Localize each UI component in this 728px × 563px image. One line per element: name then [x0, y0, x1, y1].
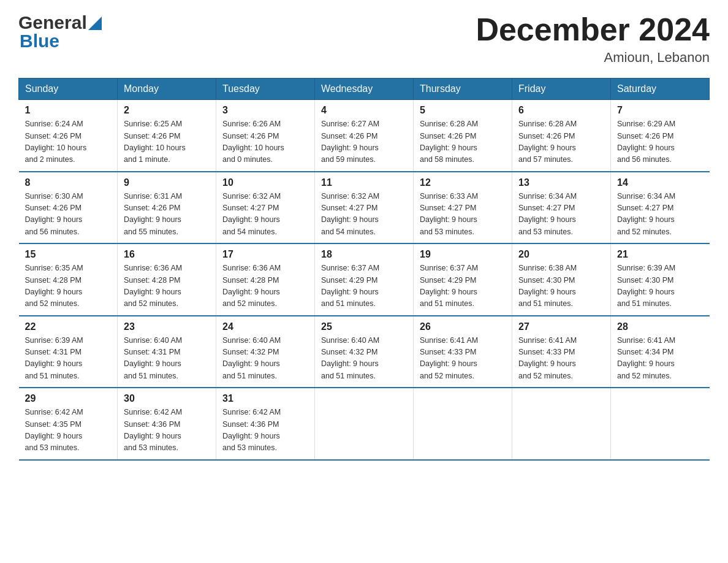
- header-saturday: Saturday: [611, 79, 710, 100]
- table-row: 18Sunrise: 6:37 AMSunset: 4:29 PMDayligh…: [315, 243, 414, 316]
- day-info: Sunrise: 6:42 AMSunset: 4:35 PMDaylight:…: [25, 407, 112, 454]
- day-info: Sunrise: 6:32 AMSunset: 4:27 PMDaylight:…: [222, 191, 308, 239]
- day-number: 10: [222, 177, 308, 188]
- table-row: 2Sunrise: 6:25 AMSunset: 4:26 PMDaylight…: [118, 100, 216, 172]
- calendar-row: 15Sunrise: 6:35 AMSunset: 4:28 PMDayligh…: [19, 243, 710, 316]
- logo-general-text: General: [18, 12, 87, 33]
- table-row: [414, 388, 512, 460]
- day-info: Sunrise: 6:36 AMSunset: 4:28 PMDaylight:…: [124, 262, 210, 310]
- day-info: Sunrise: 6:36 AMSunset: 4:28 PMDaylight:…: [222, 262, 308, 310]
- table-row: 8Sunrise: 6:30 AMSunset: 4:26 PMDaylight…: [19, 172, 118, 244]
- day-info: Sunrise: 6:42 AMSunset: 4:36 PMDaylight:…: [124, 407, 210, 454]
- day-number: 18: [321, 249, 407, 260]
- title-block: December 2024 Amioun, Lebanon: [476, 12, 710, 66]
- logo-triangle-icon: [88, 17, 102, 30]
- day-number: 1: [25, 105, 112, 116]
- day-number: 7: [617, 105, 703, 116]
- table-row: 29Sunrise: 6:42 AMSunset: 4:35 PMDayligh…: [19, 388, 118, 460]
- header-sunday: Sunday: [19, 79, 118, 100]
- day-number: 26: [420, 321, 506, 332]
- table-row: 27Sunrise: 6:41 AMSunset: 4:33 PMDayligh…: [512, 316, 611, 388]
- header-monday: Monday: [118, 79, 216, 100]
- day-info: Sunrise: 6:38 AMSunset: 4:30 PMDaylight:…: [518, 262, 604, 310]
- day-info: Sunrise: 6:40 AMSunset: 4:32 PMDaylight:…: [321, 335, 407, 383]
- day-number: 20: [518, 249, 604, 260]
- day-number: 29: [25, 393, 112, 404]
- weekday-header-row: Sunday Monday Tuesday Wednesday Thursday…: [19, 79, 710, 100]
- day-number: 5: [420, 105, 506, 116]
- day-info: Sunrise: 6:33 AMSunset: 4:27 PMDaylight:…: [420, 191, 506, 239]
- table-row: 21Sunrise: 6:39 AMSunset: 4:30 PMDayligh…: [611, 243, 710, 316]
- day-info: Sunrise: 6:24 AMSunset: 4:26 PMDaylight:…: [25, 118, 112, 166]
- table-row: 25Sunrise: 6:40 AMSunset: 4:32 PMDayligh…: [315, 316, 414, 388]
- table-row: 16Sunrise: 6:36 AMSunset: 4:28 PMDayligh…: [118, 243, 216, 316]
- day-number: 17: [222, 249, 308, 260]
- table-row: 19Sunrise: 6:37 AMSunset: 4:29 PMDayligh…: [414, 243, 512, 316]
- day-info: Sunrise: 6:35 AMSunset: 4:28 PMDaylight:…: [25, 262, 112, 310]
- day-info: Sunrise: 6:39 AMSunset: 4:31 PMDaylight:…: [25, 335, 112, 383]
- table-row: 1Sunrise: 6:24 AMSunset: 4:26 PMDaylight…: [19, 100, 118, 172]
- table-row: 6Sunrise: 6:28 AMSunset: 4:26 PMDaylight…: [512, 100, 611, 172]
- svg-marker-0: [88, 17, 102, 30]
- day-info: Sunrise: 6:31 AMSunset: 4:26 PMDaylight:…: [124, 191, 210, 239]
- header-wednesday: Wednesday: [315, 79, 414, 100]
- calendar-row: 1Sunrise: 6:24 AMSunset: 4:26 PMDaylight…: [19, 100, 710, 172]
- day-number: 14: [617, 177, 703, 188]
- day-number: 8: [25, 177, 112, 188]
- calendar-table: Sunday Monday Tuesday Wednesday Thursday…: [18, 78, 710, 461]
- table-row: 23Sunrise: 6:40 AMSunset: 4:31 PMDayligh…: [118, 316, 216, 388]
- table-row: 3Sunrise: 6:26 AMSunset: 4:26 PMDaylight…: [216, 100, 315, 172]
- day-number: 2: [124, 105, 210, 116]
- table-row: 14Sunrise: 6:34 AMSunset: 4:27 PMDayligh…: [611, 172, 710, 244]
- day-number: 24: [222, 321, 308, 332]
- month-title: December 2024: [476, 12, 710, 47]
- day-info: Sunrise: 6:34 AMSunset: 4:27 PMDaylight:…: [617, 191, 703, 239]
- header-thursday: Thursday: [414, 79, 512, 100]
- logo-blue-text: Blue: [20, 31, 59, 52]
- day-number: 27: [518, 321, 604, 332]
- table-row: 15Sunrise: 6:35 AMSunset: 4:28 PMDayligh…: [19, 243, 118, 316]
- day-info: Sunrise: 6:32 AMSunset: 4:27 PMDaylight:…: [321, 191, 407, 239]
- day-info: Sunrise: 6:28 AMSunset: 4:26 PMDaylight:…: [518, 118, 604, 166]
- table-row: 11Sunrise: 6:32 AMSunset: 4:27 PMDayligh…: [315, 172, 414, 244]
- day-info: Sunrise: 6:27 AMSunset: 4:26 PMDaylight:…: [321, 118, 407, 166]
- day-info: Sunrise: 6:42 AMSunset: 4:36 PMDaylight:…: [222, 407, 308, 454]
- day-number: 6: [518, 105, 604, 116]
- table-row: 10Sunrise: 6:32 AMSunset: 4:27 PMDayligh…: [216, 172, 315, 244]
- day-number: 11: [321, 177, 407, 188]
- table-row: [512, 388, 611, 460]
- day-info: Sunrise: 6:37 AMSunset: 4:29 PMDaylight:…: [420, 262, 506, 310]
- table-row: 12Sunrise: 6:33 AMSunset: 4:27 PMDayligh…: [414, 172, 512, 244]
- day-number: 30: [124, 393, 210, 404]
- day-info: Sunrise: 6:40 AMSunset: 4:32 PMDaylight:…: [222, 335, 308, 383]
- day-number: 28: [617, 321, 703, 332]
- table-row: 31Sunrise: 6:42 AMSunset: 4:36 PMDayligh…: [216, 388, 315, 460]
- day-number: 12: [420, 177, 506, 188]
- day-info: Sunrise: 6:34 AMSunset: 4:27 PMDaylight:…: [518, 191, 604, 239]
- day-info: Sunrise: 6:41 AMSunset: 4:33 PMDaylight:…: [518, 335, 604, 383]
- table-row: 30Sunrise: 6:42 AMSunset: 4:36 PMDayligh…: [118, 388, 216, 460]
- day-number: 19: [420, 249, 506, 260]
- table-row: [315, 388, 414, 460]
- table-row: 22Sunrise: 6:39 AMSunset: 4:31 PMDayligh…: [19, 316, 118, 388]
- day-info: Sunrise: 6:40 AMSunset: 4:31 PMDaylight:…: [124, 335, 210, 383]
- day-info: Sunrise: 6:26 AMSunset: 4:26 PMDaylight:…: [222, 118, 308, 166]
- day-number: 16: [124, 249, 210, 260]
- day-number: 31: [222, 393, 308, 404]
- table-row: 24Sunrise: 6:40 AMSunset: 4:32 PMDayligh…: [216, 316, 315, 388]
- table-row: 20Sunrise: 6:38 AMSunset: 4:30 PMDayligh…: [512, 243, 611, 316]
- day-number: 25: [321, 321, 407, 332]
- day-number: 21: [617, 249, 703, 260]
- day-number: 23: [124, 321, 210, 332]
- day-number: 4: [321, 105, 407, 116]
- table-row: 7Sunrise: 6:29 AMSunset: 4:26 PMDaylight…: [611, 100, 710, 172]
- logo: General Blue: [18, 12, 102, 52]
- day-info: Sunrise: 6:28 AMSunset: 4:26 PMDaylight:…: [420, 118, 506, 166]
- table-row: 26Sunrise: 6:41 AMSunset: 4:33 PMDayligh…: [414, 316, 512, 388]
- day-number: 3: [222, 105, 308, 116]
- header-tuesday: Tuesday: [216, 79, 315, 100]
- table-row: 28Sunrise: 6:41 AMSunset: 4:34 PMDayligh…: [611, 316, 710, 388]
- day-info: Sunrise: 6:29 AMSunset: 4:26 PMDaylight:…: [617, 118, 703, 166]
- table-row: 17Sunrise: 6:36 AMSunset: 4:28 PMDayligh…: [216, 243, 315, 316]
- day-number: 22: [25, 321, 112, 332]
